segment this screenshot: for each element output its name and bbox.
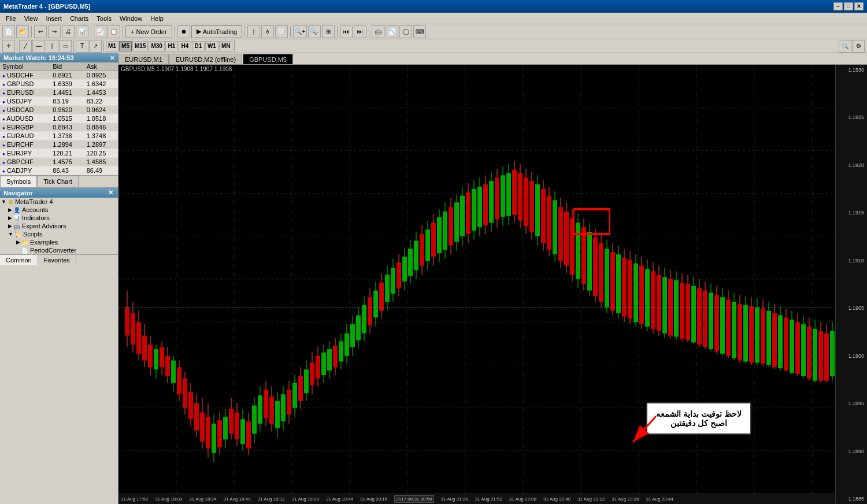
chart-tab-eurusd-m1[interactable]: EURUSD,M1 <box>118 54 169 64</box>
svg-rect-55 <box>217 420 222 447</box>
chart-tab-gbpusd-m5[interactable]: GBPUSD,M5 <box>243 54 293 64</box>
svg-rect-71 <box>264 390 268 418</box>
nav-period-converter[interactable]: ▶ 📄 PeriodConverter <box>0 246 118 254</box>
maximize-button[interactable]: □ <box>844 2 853 10</box>
open-btn[interactable]: 📂 <box>16 25 29 38</box>
minimize-button[interactable]: − <box>833 2 843 10</box>
chart-props-btn[interactable]: 📊 <box>76 25 88 38</box>
tab-symbols[interactable]: Symbols <box>0 176 37 187</box>
market-watch-close[interactable]: ✕ <box>110 55 114 61</box>
svg-rect-123 <box>414 241 418 270</box>
bar-chart-btn[interactable]: | <box>247 25 260 38</box>
market-watch-row[interactable]: ● GBPUSD 1.6339 1.6342 <box>0 80 118 88</box>
market-watch-row[interactable]: ● USDJPY 83.19 83.22 <box>0 97 118 106</box>
tf-w1[interactable]: W1 <box>205 41 218 51</box>
redo-btn[interactable]: ↪ <box>48 25 61 38</box>
price-1915: 1.1915 <box>837 210 866 216</box>
svg-rect-87 <box>310 362 314 385</box>
zoom-chart-in[interactable]: 🔍+ <box>293 25 307 38</box>
svg-rect-263 <box>818 331 823 381</box>
nav-examples[interactable]: ▶ 📁 Examples <box>0 238 118 246</box>
chart-tab-eurusd-m2[interactable]: EURUSD,M2 (offline) <box>169 54 242 64</box>
tf-h1[interactable]: H1 <box>165 41 178 51</box>
nav-tree-root[interactable]: ▼ 🖥 MetaTrader 4 <box>0 198 118 206</box>
indicator2-btn[interactable]: 📉 <box>386 25 398 38</box>
svg-rect-223 <box>703 291 707 347</box>
tf-m5[interactable]: M5 <box>119 41 132 51</box>
new-order-button[interactable]: + New Order <box>125 25 172 38</box>
svg-rect-91 <box>321 353 326 375</box>
draw-text-btn[interactable]: T <box>76 40 88 53</box>
market-watch-row[interactable]: ● EURAUD 1.3736 1.3748 <box>0 132 118 140</box>
draw-vline-btn[interactable]: | <box>46 40 58 53</box>
nav-accounts[interactable]: ▶ 👤 Accounts <box>0 206 118 214</box>
nav-tab-favorites[interactable]: Favorites <box>38 255 76 265</box>
draw-line-btn[interactable]: ╱ <box>19 40 32 53</box>
market-watch-row[interactable]: ● EURCHF 1.2894 1.2897 <box>0 140 118 149</box>
draw-hline-btn[interactable]: — <box>32 40 45 53</box>
autotrading-button[interactable]: ▶ AutoTrading <box>191 25 243 38</box>
market-watch-row[interactable]: ● EURJPY 120.21 120.25 <box>0 149 118 158</box>
line-btn[interactable]: ⬜ <box>275 25 288 38</box>
menu-file[interactable]: File <box>2 14 20 23</box>
svg-rect-231 <box>726 299 731 356</box>
crosshair-btn[interactable]: ✛ <box>2 40 15 53</box>
menu-view[interactable]: View <box>21 14 42 23</box>
draw-arrow-btn[interactable]: ↗ <box>89 40 102 53</box>
svg-rect-235 <box>738 304 742 361</box>
new-btn[interactable]: 📄 <box>2 25 15 38</box>
tf-mn[interactable]: MN <box>219 41 233 51</box>
ts-11: 31 Aug 21:52 <box>475 496 502 502</box>
tf-m15[interactable]: M15 <box>132 41 148 51</box>
tf-h4[interactable]: H4 <box>179 41 191 51</box>
grid-btn[interactable]: ⊞ <box>322 25 335 38</box>
ts-7: 31 Aug 19:44 <box>326 496 353 502</box>
settings-btn[interactable]: ⚙ <box>852 40 865 53</box>
market-watch-row[interactable]: ● USDCHF 0.8921 0.8925 <box>0 71 118 80</box>
zoom-chart-out[interactable]: 🔍- <box>308 25 321 38</box>
market-watch-row[interactable]: ● GBPCHF 1.4575 1.4585 <box>0 158 118 166</box>
tf-m1[interactable]: M1 <box>106 41 118 51</box>
nav-indicators[interactable]: ▶ 📊 Indicators <box>0 214 118 222</box>
expert-btn[interactable]: 🤖 <box>372 25 384 38</box>
search-btn[interactable]: 🔍 <box>839 40 851 53</box>
scroll-begin[interactable]: ⏮ <box>340 25 353 38</box>
tf-m30[interactable]: M30 <box>149 41 164 51</box>
close-button[interactable]: ✕ <box>854 2 864 10</box>
scroll-end[interactable]: ⏭ <box>354 25 366 38</box>
ts-14: 31 Aug 23:12 <box>577 496 605 502</box>
svg-rect-31 <box>148 344 153 367</box>
svg-rect-107 <box>368 297 372 325</box>
objects-btn[interactable]: ◯ <box>399 25 412 38</box>
market-watch-row[interactable]: ● EURUSD 1.4451 1.4453 <box>0 88 118 97</box>
terminal-btn[interactable]: ⌨ <box>413 25 426 38</box>
menu-window[interactable]: Window <box>116 14 146 23</box>
candle-btn[interactable]: 🕯 <box>261 25 274 38</box>
navigator-close-btn[interactable]: ✕ <box>107 189 114 197</box>
market-watch-row[interactable]: ● CADJPY 86.43 86.49 <box>0 166 118 175</box>
market-watch-row[interactable]: ● EURGBP 0.8843 0.8846 <box>0 123 118 132</box>
template-btn[interactable]: 📋 <box>108 25 120 38</box>
draw-rect-btn[interactable]: ▭ <box>59 40 72 53</box>
undo-btn[interactable]: ↩ <box>34 25 47 38</box>
nav-expert-advisors[interactable]: ▶ 🤖 Expert Advisors <box>0 222 118 230</box>
menu-tools[interactable]: Tools <box>93 14 115 23</box>
print-btn[interactable]: 🖨 <box>62 25 75 38</box>
tf-d1[interactable]: D1 <box>192 41 205 51</box>
left-panel: Market Watch: 16:24:53 ✕ Symbol Bid Ask … <box>0 53 118 504</box>
svg-rect-149 <box>489 181 494 223</box>
nav-tab-common[interactable]: Common <box>0 255 38 265</box>
menu-help[interactable]: Help <box>147 14 167 23</box>
mw-bid: 1.6339 <box>50 80 84 88</box>
menu-insert[interactable]: Insert <box>42 14 65 23</box>
svg-rect-127 <box>425 229 430 261</box>
market-watch-row[interactable]: ● USDCAD 0.9620 0.9624 <box>0 106 118 114</box>
zoom-in-btn[interactable]: ⏺ <box>177 25 190 38</box>
market-watch-row[interactable]: ● AUDUSD 1.0515 1.0518 <box>0 114 118 123</box>
tab-tick-chart[interactable]: Tick Chart <box>37 176 79 187</box>
menu-charts[interactable]: Charts <box>66 14 92 23</box>
chart-canvas[interactable]: GBPUSD,M5 1.1907 1.1908 1.1907 1.1908 ⬆ … <box>118 65 867 504</box>
indicators-btn[interactable]: 📈 <box>94 25 106 38</box>
ts-4: 31 Aug 18:40 <box>223 496 250 502</box>
nav-scripts[interactable]: ▼ 📜 Scripts <box>0 230 118 238</box>
